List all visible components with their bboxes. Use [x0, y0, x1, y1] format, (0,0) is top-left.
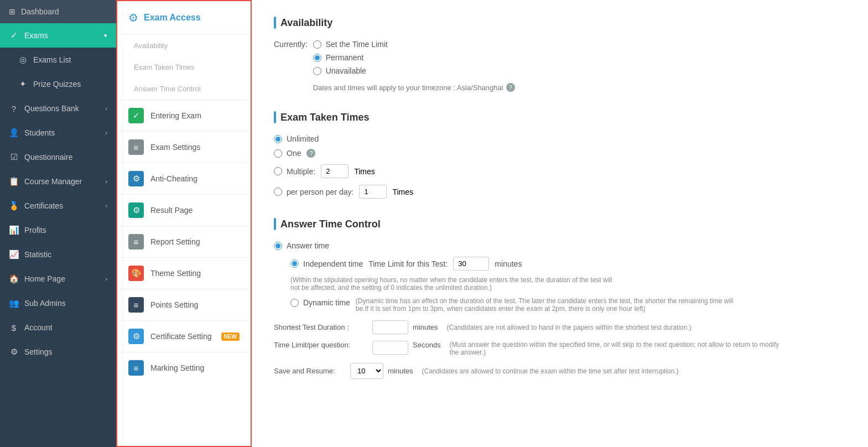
- permanent-label: Permanent: [326, 53, 363, 62]
- sidebar-item-dashboard[interactable]: ⊞ Dashboard: [0, 0, 116, 23]
- result-page-label: Result Page: [150, 206, 193, 215]
- sidebar-item-label: Settings: [24, 347, 107, 356]
- panel-header: ⚙ Exam Access: [117, 1, 251, 35]
- panel-section-exam-settings[interactable]: ≡ Exam Settings: [117, 131, 251, 163]
- unlimited-option[interactable]: Unlimited: [274, 134, 846, 143]
- panel-section-result-page[interactable]: ⚙ Result Page: [117, 194, 251, 226]
- sidebar-item-sub-admins[interactable]: 👥 Sub Admins: [0, 291, 116, 315]
- sidebar-item-home-page[interactable]: 🏠 Home Page ›: [0, 267, 116, 291]
- sidebar-item-settings[interactable]: ⚙ Settings: [0, 340, 116, 364]
- per-person-radio[interactable]: [274, 188, 282, 196]
- per-person-times-suffix: Times: [392, 188, 413, 196]
- set-time-limit-radio[interactable]: [313, 40, 321, 49]
- exam-taken-times-title: Exam Taken Times: [274, 111, 846, 123]
- sidebar-item-label: Exams: [24, 31, 98, 40]
- independent-time-option[interactable]: Independent time: [290, 259, 363, 268]
- report-setting-icon: ≡: [128, 234, 144, 250]
- one-radio[interactable]: [274, 149, 282, 158]
- timezone-help-icon[interactable]: ?: [506, 83, 515, 92]
- sidebar-item-label: Account: [24, 323, 107, 332]
- sidebar-item-label: Course Manager: [24, 177, 100, 186]
- sidebar-item-students[interactable]: 👤 Students ›: [0, 121, 116, 145]
- currently-row: Currently: Set the Time Limit Permanent …: [274, 40, 846, 92]
- currently-label: Currently:: [274, 40, 308, 49]
- chevron-right-icon: ›: [105, 105, 107, 112]
- independent-time-inner: Independent time Time Limit for this Tes…: [290, 257, 846, 292]
- sidebar-item-exams-list[interactable]: ◎ Exams List: [0, 48, 116, 72]
- independent-time-label: Independent time: [303, 259, 363, 268]
- time-limit-per-question-label: Time Limit/per question:: [274, 341, 368, 349]
- panel-section-points-setting[interactable]: ≡ Points Setting: [117, 289, 251, 320]
- time-limit-per-question-description: (Must answer the question within the spe…: [450, 341, 782, 356]
- panel-section-theme-setting[interactable]: 🎨 Theme Setting: [117, 257, 251, 289]
- multiple-times-suffix: Times: [354, 167, 375, 176]
- anti-cheating-label: Anti-Cheating: [150, 174, 197, 183]
- sidebar-item-questionnaire[interactable]: ☑ Questionnaire: [0, 145, 116, 169]
- panel-section-marking-setting[interactable]: ≡ Marking Setting: [117, 352, 251, 383]
- time-limit-input[interactable]: [453, 257, 489, 271]
- time-limit-unit: minutes: [495, 259, 522, 268]
- dynamic-time-radio[interactable]: [290, 299, 299, 307]
- theme-setting-icon: 🎨: [128, 266, 144, 281]
- multiple-radio[interactable]: [274, 167, 282, 175]
- sidebar-item-questions-bank[interactable]: ? Questions Bank ›: [0, 96, 116, 121]
- answer-time-label: Answer time: [287, 241, 329, 250]
- set-time-limit-option[interactable]: Set the Time Limit: [313, 40, 515, 49]
- permanent-radio[interactable]: [313, 54, 321, 62]
- answer-time-option[interactable]: Answer time: [274, 241, 846, 250]
- panel-sub-answer-time-control[interactable]: Answer Time Control: [117, 78, 251, 100]
- per-person-option[interactable]: per person per day:: [274, 188, 354, 196]
- permanent-option[interactable]: Permanent: [313, 53, 515, 62]
- unlimited-radio[interactable]: [274, 135, 282, 143]
- save-resume-select[interactable]: 10 20 30 60 120: [350, 363, 383, 379]
- certificates-icon: 🏅: [9, 201, 19, 211]
- panel-section-entering-exam[interactable]: ✓ Entering Exam: [117, 100, 251, 131]
- independent-time-row: Independent time Time Limit for this Tes…: [290, 257, 846, 292]
- sidebar-item-label: Questionnaire: [24, 153, 107, 162]
- one-label: One: [287, 149, 301, 158]
- dynamic-time-inner: Dynamic time (Dynamic time has an effect…: [290, 297, 846, 313]
- time-limit-per-question-input[interactable]: [372, 341, 408, 355]
- dynamic-time-label: Dynamic time: [303, 298, 350, 307]
- sidebar-item-certificates[interactable]: 🏅 Certificates ›: [0, 194, 116, 218]
- questionnaire-icon: ☑: [9, 152, 19, 162]
- shortest-test-input[interactable]: [372, 320, 408, 334]
- sidebar-item-profits[interactable]: 📊 Profits: [0, 218, 116, 242]
- entering-exam-label: Entering Exam: [150, 111, 201, 120]
- one-option[interactable]: One: [274, 149, 301, 158]
- questions-bank-icon: ?: [9, 103, 19, 113]
- panel-sub-exam-taken-times[interactable]: Exam Taken Times: [117, 56, 251, 78]
- dynamic-time-row: Dynamic time (Dynamic time has an effect…: [290, 297, 846, 313]
- answer-time-radio[interactable]: [274, 242, 282, 250]
- sidebar-item-account[interactable]: $ Account: [0, 315, 116, 340]
- sidebar: ⊞ Dashboard ✓ Exams ▾ ◎ Exams List ✦ Pri…: [0, 0, 116, 447]
- settings-icon: ⚙: [9, 347, 19, 357]
- panel-sub-availability[interactable]: Availability: [117, 35, 251, 56]
- sidebar-item-label: Prize Quizzes: [33, 80, 107, 89]
- panel-section-anti-cheating[interactable]: ⚙ Anti-Cheating: [117, 163, 251, 194]
- dynamic-time-option[interactable]: Dynamic time: [290, 298, 350, 307]
- new-badge: NEW: [221, 332, 240, 341]
- multiple-option[interactable]: Multiple:: [274, 167, 315, 176]
- per-person-times-input[interactable]: [359, 185, 387, 199]
- independent-time-radio[interactable]: [290, 259, 299, 268]
- chevron-right-icon: ›: [105, 276, 107, 282]
- per-person-option-row: per person per day: Times: [274, 185, 846, 199]
- multiple-times-input[interactable]: [321, 164, 349, 178]
- save-resume-label: Save and Resume:: [274, 367, 346, 375]
- main-area: ⚙ Exam Access Availability Exam Taken Ti…: [116, 0, 868, 447]
- one-help-icon[interactable]: ?: [306, 149, 315, 158]
- certificate-setting-label: Certificate Setting: [150, 332, 212, 341]
- unavailable-radio[interactable]: [313, 67, 321, 75]
- shortest-test-unit: minutes: [413, 323, 438, 331]
- sidebar-item-statistic[interactable]: 📈 Statistic: [0, 242, 116, 267]
- save-resume-unit: minutes: [388, 367, 413, 375]
- unavailable-option[interactable]: Unavailable: [313, 66, 515, 75]
- panel-section-report-setting[interactable]: ≡ Report Setting: [117, 226, 251, 257]
- sidebar-item-prize-quizzes[interactable]: ✦ Prize Quizzes: [0, 72, 116, 96]
- sidebar-item-exams[interactable]: ✓ Exams ▾: [0, 23, 116, 48]
- time-limit-per-question-row: Time Limit/per question: Seconds (Must a…: [274, 341, 846, 356]
- sidebar-item-course-manager[interactable]: 📋 Course Manager ›: [0, 169, 116, 194]
- panel-section-certificate-setting[interactable]: ⚙ Certificate Setting NEW: [117, 320, 251, 352]
- one-option-row: One ?: [274, 149, 846, 158]
